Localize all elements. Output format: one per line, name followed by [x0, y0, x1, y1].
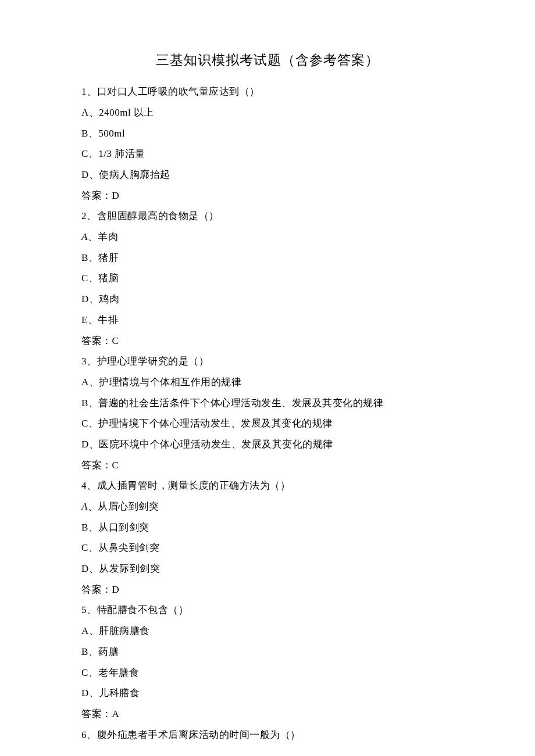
option-b: B、500ml: [81, 123, 454, 144]
option-b: B、药膳: [81, 642, 454, 662]
option-c: C、1/3 肺活量: [81, 144, 454, 164]
question-stem: 3、护理心理学研究的是（）: [81, 351, 454, 372]
answer: 答案：C: [81, 331, 454, 352]
option-a: A、护理情境与个体相互作用的规律: [81, 372, 454, 393]
option-c: C、老年膳食: [81, 662, 454, 683]
option-d: D、儿科膳食: [81, 683, 454, 704]
option-d: D、医院环境中个体心理活动发生、发展及其变化的规律: [81, 434, 454, 455]
option-b: B、从口到剑突: [81, 517, 454, 538]
italic-letter: A: [81, 501, 88, 512]
option-d: D、从发际到剑突: [81, 558, 454, 579]
option-c: C、从鼻尖到剑突: [81, 538, 454, 558]
answer: 答案：D: [81, 185, 454, 206]
option-b: B、猪肝: [81, 248, 454, 268]
page-title: 三基知识模拟考试题（含参考答案）: [81, 46, 454, 74]
question-stem: 5、特配膳食不包含（）: [81, 600, 454, 621]
answer: 答案：A: [81, 704, 454, 725]
option-c: C、猪脑: [81, 268, 454, 289]
question-stem: 2、含胆固醇最高的食物是（）: [81, 206, 454, 227]
option-b: B、普遍的社会生活条件下个体心理活动发生、发展及其变化的规律: [81, 393, 454, 414]
option-c: C、护理情境下个体心理活动发生、发展及其变化的规律: [81, 413, 454, 434]
option-d: D、使病人胸廓抬起: [81, 164, 454, 185]
option-d: D、鸡肉: [81, 289, 454, 310]
option-a: A、从眉心到剑突: [81, 496, 454, 517]
option-a: A、羊肉: [81, 227, 454, 248]
option-a: A、2400ml 以上: [81, 102, 454, 123]
italic-letter: A: [81, 231, 88, 242]
answer: 答案：D: [81, 579, 454, 600]
question-stem: 4、成人插胃管时，测量长度的正确方法为（）: [81, 475, 454, 496]
question-stem: 1、口对口人工呼吸的吹气量应达到（）: [81, 81, 454, 102]
option-e: E、牛排: [81, 310, 454, 331]
question-stem: 6、腹外疝患者手术后离床活动的时间一般为（）: [81, 725, 454, 746]
answer: 答案：C: [81, 455, 454, 476]
option-a: A、肝脏病膳食: [81, 621, 454, 642]
